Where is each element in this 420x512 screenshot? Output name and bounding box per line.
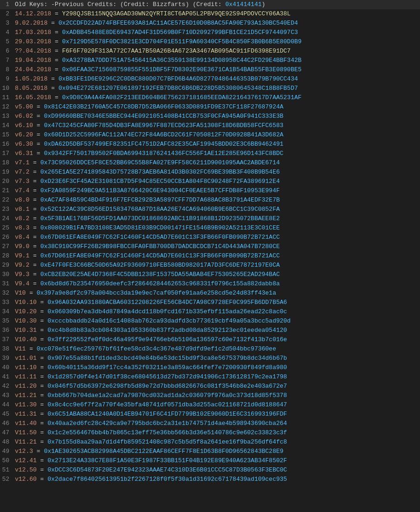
line-number: 26 [2, 233, 15, 242]
code-segment: = [37, 317, 47, 324]
code-segment: = [37, 299, 47, 306]
code-segment: 0xDA62D5DBF537499EF82351FC4751D2AFC82E35… [44, 141, 283, 148]
table-row: 214.12.2018 = Y298QJSB115NQQ3AGAD30WN2QY… [0, 9, 420, 19]
line-number: 29 [2, 261, 15, 270]
code-segment: 19.04.2018 [15, 57, 51, 64]
code-segment: = [37, 429, 47, 436]
code-segment: 0xA3278BA7DDD751A75456415A36C3559138E991… [62, 57, 301, 64]
code-segment: 0xD99660BBE70346E5BBEC944E0921051408B41C… [44, 113, 283, 120]
line-number: 45 [2, 410, 15, 419]
line-content: v6.20 = 0x60D1D252C5996FAC112A74EC72F84A… [15, 130, 418, 140]
line-content: 14.12.2018 = Y298QJSB115NQQ3AGAD30WN2QYR… [15, 9, 418, 19]
line-number: 19 [2, 168, 15, 177]
line-number: 17 [2, 149, 15, 158]
code-segment: = [29, 280, 40, 287]
code-segment: 0xc078e51f6ec259767bf61fee58cd3c4c367e48… [37, 345, 276, 352]
code-segment: v11.01 [15, 355, 37, 362]
line-number: 18 [2, 158, 15, 168]
line-number: 42 [2, 382, 15, 391]
table-row: 36V10.31 = 0xc4b8d8b83a3cb084303a1053360… [0, 326, 420, 335]
code-segment: = [37, 383, 47, 390]
code-segment: = [33, 103, 44, 110]
table-row: 21v7.4 = 0xF2A0859F249BC9A511B3A8766420C… [0, 186, 420, 195]
line-content: V11.50 = 0x1c2e5564676bb4b7b865c13eff75e… [15, 428, 418, 438]
code-segment: = [37, 392, 47, 399]
line-number: 51 [2, 465, 15, 475]
line-content: v11.31 = 0x6C51ABA88CA1240A0D14EB94701F6… [15, 410, 418, 419]
line-content: v5.00 = 0x81C42E03B21760A5C457C8DB7D52BA… [15, 102, 418, 112]
code-segment: 0x046f57d5b63972e6298fb5d89e72d7bbbd6826… [47, 383, 287, 390]
code-segment: 29.03.2018 [15, 38, 51, 45]
code-segment: 0x5F3B1AE176BF56D5FD1AA073DC01868692ABC1… [40, 215, 280, 222]
code-segment: 0x6bd8d67b235476950deefc3f28646284462653… [40, 280, 280, 287]
code-segment: = [29, 234, 40, 241]
code-segment: Old Keys: -Previous Credits: (Credit: Bi… [15, 1, 225, 8]
code-segment: 0x38C910C99FF26B29B98FBCC8FA0FBB700DB7DA… [40, 243, 280, 250]
code-segment: v7.3 [15, 178, 29, 185]
line-content: v6.02 = 0xD99660BBE70346E5BBEC944E092105… [15, 112, 418, 121]
line-number: 3 [2, 19, 15, 28]
line-number: 10 [2, 84, 15, 93]
code-segment: 0xE47F0FE3C66BC50D65A92F93609710FEB580BD… [40, 262, 280, 269]
code-segment: 0xADBB45488E8DE69437AD4F31D569B0F710D209… [62, 29, 298, 36]
table-row: 1116.05.2018 = 0x9D8C9A4A4FA082F213EED60… [0, 93, 420, 102]
code-segment: = [37, 327, 47, 334]
line-number: 28 [2, 251, 15, 261]
table-row: 6??.04.2018 = F6F6F7029F313A772C7AA17B50… [0, 47, 420, 56]
code-segment: = [37, 411, 47, 418]
code-segment: F6F6F7029F313A772C7AA17B50A26B4A6723A346… [62, 47, 290, 54]
code-segment: 0x96A032AA931880ACBA60312208226FE56CB4DC… [47, 299, 287, 306]
code-segment: ??.04.2018 [15, 47, 51, 54]
code-segment: = [51, 57, 62, 64]
line-number: 24 [2, 214, 15, 223]
code-segment: 0x2713E24A338C7E88F1A50E3F1987F33BB151F0… [47, 457, 287, 464]
code-segment: = [47, 20, 58, 27]
line-content: V10.20 = 0x060309b7ea3db4d87849a4dcd118b… [15, 307, 418, 317]
line-content: v11.10 = 0x60b40115a36dd9f17cc4a352f0321… [15, 363, 418, 372]
line-content: V10.40 = 0x3ff229552fe0f0dc46a495f9e9476… [15, 335, 418, 344]
code-segment: 0x094E272E681207E061897192FEB7DB8C6B6DB2… [59, 85, 298, 92]
code-segment: 0x9D8C9A4A4FA082F213EED604B6E75623718168… [62, 94, 301, 101]
line-content: v12.3 = 0x1AE302653ACB82998A45DBC2122EAA… [15, 447, 418, 456]
code-segment: v8.3 [15, 224, 29, 231]
line-number: 15 [2, 130, 15, 140]
line-number: 5 [2, 37, 15, 47]
table-row: 39v11.01 = 0x907e55a88b1fd1ded3cbcd49e84… [0, 354, 420, 363]
line-content: v6.10 = 0x47C3245CFA80F785D4DB3FA8E9967F… [15, 121, 418, 130]
line-content: v7.1 = 0x73C95026DDCE5F8CE52BB69C55B8FA0… [15, 158, 418, 168]
code-segment: 0x73C95026DDCE5F8CE52BB69C55B8FA027E9FF5… [40, 159, 280, 166]
line-content: 24.04.2018 = 0x06FAA3C715608759855F551DB… [15, 65, 418, 74]
line-number: 41 [2, 372, 15, 382]
line-number: 6 [2, 47, 15, 56]
code-segment: 0x81C42E03B21760A5C457C8DB7D52BA066F0633… [44, 103, 283, 110]
code-segment: = [33, 448, 44, 455]
table-row: 18v7.1 = 0x73C95026DDCE5F8CE52BB69C55B8F… [0, 158, 420, 168]
code-segment: = [29, 178, 40, 185]
code-segment: = [29, 243, 40, 250]
table-row: 824.04.2018 = 0x06FAA3C715608759855F551D… [0, 65, 420, 74]
table-row: 40v11.10 = 0x60b40115a36dd9f17cc4a352f03… [0, 363, 420, 372]
table-row: 30V9.3 = 0xCB2EB20E25AE4D7368F4C5DBB1238… [0, 270, 420, 279]
code-segment: v6.02 [15, 113, 33, 120]
table-row: 37V10.40 = 0x3ff229552fe0f0dc46a495f9e94… [0, 335, 420, 344]
code-segment: V10.40 [15, 336, 37, 343]
code-segment: v6.30 [15, 141, 33, 148]
code-segment: v11.11 [15, 373, 37, 380]
code-segment: 0x1d2857d0f4e147d01f38ce68045613d27bd372… [47, 373, 287, 380]
code-segment: = [37, 364, 47, 371]
table-row: 719.04.2018 = 0xA3278BA7DDD751A75456415A… [0, 56, 420, 65]
code-segment: 0x47C3245CFA80F785D4DB3FA8E9967F887ECD62… [44, 122, 283, 129]
code-segment: V10.20 [15, 308, 37, 315]
code-segment: 0xbb667b704dae1a2cad7a79870cd032ad1da2c0… [47, 392, 287, 399]
code-segment: 0x2CCDFD22AD74FBFEE693A81AC11ACE57E6D10D… [59, 20, 298, 27]
line-number: 47 [2, 428, 15, 438]
code-segment: = [37, 457, 47, 464]
table-row: 28V9.1 = 0x67D061EFA8E049F7C62F1C460F14C… [0, 251, 420, 261]
code-segment: = [51, 10, 62, 17]
code-segment: V11 [15, 345, 26, 352]
line-content: Old Keys: -Previous Credits: (Credit: Bi… [15, 0, 418, 9]
line-number: 34 [2, 307, 15, 317]
code-segment: 0x060309b7ea3db4d87849a4dcd118b0fcd1671b… [47, 308, 287, 315]
code-segment: 0x397a9e8df2c978a004bcc3da19e9ec7caf050f… [37, 290, 276, 296]
code-segment: v8.2 [15, 215, 29, 222]
